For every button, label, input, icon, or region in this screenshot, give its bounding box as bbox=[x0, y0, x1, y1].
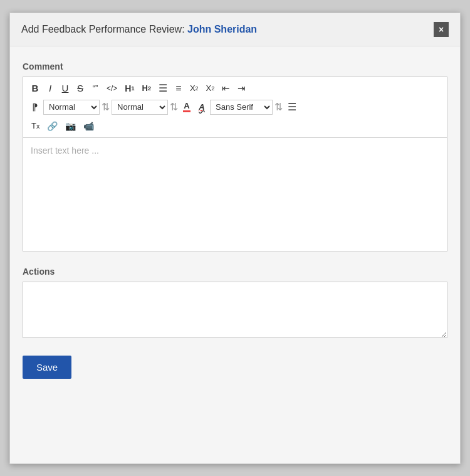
video-button[interactable]: 📹 bbox=[80, 119, 97, 134]
h2-button[interactable]: H2 bbox=[139, 81, 154, 96]
subscript-button[interactable]: X2 bbox=[187, 81, 202, 96]
save-button[interactable]: Save bbox=[23, 356, 71, 379]
superscript-button[interactable]: X2 bbox=[203, 81, 218, 96]
underline-button[interactable]: U bbox=[58, 81, 72, 96]
font-size-select-1[interactable]: Normal Small Large bbox=[43, 100, 100, 115]
toolbar-row-3: Tx 🔗 📷 📹 bbox=[28, 119, 442, 134]
strikethrough-button[interactable]: S bbox=[73, 81, 87, 96]
toolbar-row-1: B I U S “” </> H1 H2 ☰ ≡ X2 X2 ⇤ ⇥ bbox=[28, 81, 442, 96]
modal-title: Add Feedback Performance Review: John Sh… bbox=[21, 24, 257, 35]
comment-text-area[interactable]: Insert text here ... bbox=[23, 138, 447, 251]
actions-textarea[interactable] bbox=[23, 282, 447, 338]
toolbar-row-2: ⁋ Normal Small Large ⇅ Normal Small Larg… bbox=[28, 100, 442, 115]
close-button[interactable]: × bbox=[434, 22, 449, 37]
modal-body: Comment B I U S “” </> H1 H2 ☰ ≡ X2 X2 ⇤ bbox=[10, 46, 460, 394]
align-button[interactable]: ☰ bbox=[285, 100, 300, 115]
paragraph-button[interactable]: ⁋ bbox=[28, 100, 42, 115]
font-color-button[interactable]: A bbox=[180, 100, 194, 115]
clear-format-button[interactable]: Tx bbox=[28, 119, 43, 134]
image-button[interactable]: 📷 bbox=[62, 119, 79, 134]
link-button[interactable]: 🔗 bbox=[44, 119, 61, 134]
font-family-select[interactable]: Sans Serif Serif Monospace bbox=[210, 100, 273, 115]
italic-button[interactable]: I bbox=[43, 81, 57, 96]
actions-section: Actions bbox=[23, 267, 447, 341]
indent-left-button[interactable]: ⇤ bbox=[219, 81, 233, 96]
indent-right-button[interactable]: ⇥ bbox=[234, 81, 249, 96]
blockquote-button[interactable]: “” bbox=[88, 81, 102, 96]
toolbar: B I U S “” </> H1 H2 ☰ ≡ X2 X2 ⇤ ⇥ ⁋ bbox=[23, 77, 447, 138]
title-name: John Sheridan bbox=[187, 24, 257, 34]
h1-button[interactable]: H1 bbox=[122, 81, 137, 96]
bold-button[interactable]: B bbox=[28, 81, 42, 96]
code-button[interactable]: </> bbox=[103, 81, 120, 96]
modal-dialog: Add Feedback Performance Review: John Sh… bbox=[9, 13, 461, 464]
rich-text-editor: B I U S “” </> H1 H2 ☰ ≡ X2 X2 ⇤ ⇥ ⁋ bbox=[23, 77, 447, 251]
title-prefix: Add Feedback Performance Review: bbox=[21, 24, 187, 34]
comment-label: Comment bbox=[23, 61, 447, 71]
unordered-list-button[interactable]: ≡ bbox=[172, 81, 185, 96]
font-size-select-2[interactable]: Normal Small Large bbox=[112, 100, 168, 115]
modal-header: Add Feedback Performance Review: John Sh… bbox=[10, 13, 460, 46]
font-bg-color-button[interactable]: A bbox=[195, 100, 209, 115]
ordered-list-button[interactable]: ☰ bbox=[155, 81, 170, 96]
actions-label: Actions bbox=[23, 267, 447, 277]
